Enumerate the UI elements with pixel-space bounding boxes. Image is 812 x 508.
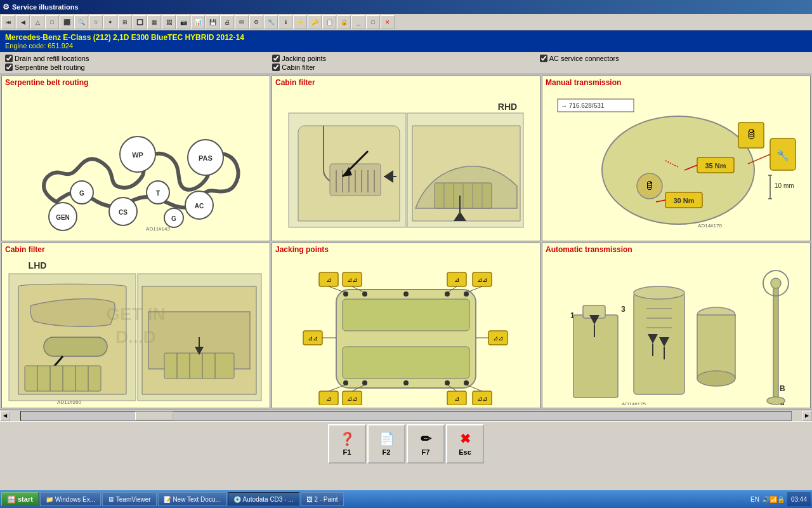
toolbar-btn18[interactable]: ⚙: [249, 15, 263, 29]
main-content: Serpentine belt routing WP PAS G: [0, 74, 812, 410]
panel-cabin-lhd-content: LHD: [2, 256, 270, 405]
svg-point-123: [464, 291, 469, 297]
toolbar-btn16[interactable]: 🖨: [220, 15, 234, 29]
title-bar: ⚙ Service illustrations: [0, 0, 812, 14]
toolbar-btn12[interactable]: 🖼: [162, 15, 176, 29]
panel-auto-trans[interactable]: Automatic transmission 1 2 3: [542, 243, 811, 408]
esc-button[interactable]: ✖ Esc: [446, 424, 484, 464]
checkbox-jacking-input[interactable]: [272, 55, 280, 62]
checkbox-serpentine-label: Serpentine belt routing: [15, 64, 85, 71]
toolbar-minimize-btn[interactable]: _: [351, 15, 365, 29]
toolbar-btn23[interactable]: 📋: [322, 15, 336, 29]
checkbox-ac[interactable]: AC service connectors: [540, 55, 807, 62]
svg-text:🔧: 🔧: [776, 149, 789, 161]
f7-button[interactable]: ✏ F7: [407, 424, 445, 464]
svg-point-127: [445, 380, 450, 385]
toolbar: ⏮ ◀ △ □ ⬛ 🔍 ☆ ✦ ⊞ 🔲 ▦ 🖼 📷 📊 💾 🖨 ✉ ⚙ 🔧 ℹ …: [0, 14, 812, 30]
f1-button[interactable]: ❓ F1: [328, 424, 366, 464]
svg-text:PAS: PAS: [199, 154, 213, 162]
f1-icon: ❓: [339, 431, 355, 446]
panel-manual-trans[interactable]: Manual transmission → 716.628/631 🛢 35 N…: [542, 76, 811, 241]
toolbar-close-btn[interactable]: ✕: [381, 15, 395, 29]
toolbar-btn4[interactable]: □: [45, 15, 59, 29]
toolbar-btn14[interactable]: 📊: [191, 15, 205, 29]
scroll-left-btn[interactable]: ◀: [0, 411, 10, 421]
scroll-right-btn[interactable]: ▶: [802, 411, 812, 421]
toolbar-btn5[interactable]: ⬛: [60, 15, 74, 29]
svg-point-121: [403, 291, 409, 297]
toolbar-btn11[interactable]: ▦: [147, 15, 161, 29]
checkboxes-area: Drain and refill locations Serpentine be…: [0, 52, 812, 74]
svg-text:B: B: [780, 384, 785, 393]
panel-cabin-lhd[interactable]: Cabin filter LHD: [1, 243, 270, 408]
toolbar-btn19[interactable]: 🔧: [264, 15, 278, 29]
toolbar-maximize-btn[interactable]: □: [366, 15, 380, 29]
toolbar-first-btn[interactable]: ⏮: [1, 15, 15, 29]
checkbox-cabin[interactable]: Cabin filter: [272, 64, 539, 71]
scrollbar[interactable]: ◀ ▶: [0, 410, 812, 421]
panel-serpentine[interactable]: Serpentine belt routing WP PAS G: [1, 76, 270, 241]
svg-text:⊿: ⊿: [326, 395, 331, 402]
svg-rect-77: [164, 353, 234, 378]
panel-cabin-rhd[interactable]: Cabin filter RHD: [272, 76, 540, 241]
svg-rect-137: [634, 293, 684, 394]
checkbox-ac-label: AC service connectors: [549, 55, 619, 62]
svg-text:⊿⊿: ⊿⊿: [308, 335, 318, 342]
toolbar-btn13[interactable]: 📷: [176, 15, 190, 29]
svg-point-120: [362, 291, 367, 297]
f2-icon: 📄: [379, 431, 395, 446]
esc-label: Esc: [459, 448, 471, 456]
jacking-svg: ⊿ ⊿⊿ ⊿ ⊿⊿ ⊿⊿ ⊿⊿: [285, 256, 527, 405]
svg-point-154: [767, 397, 785, 404]
panel-cabin-rhd-content: RHD: [272, 89, 540, 238]
toolbar-btn10[interactable]: 🔲: [133, 15, 147, 29]
cabin-lhd-svg: LHD: [6, 256, 266, 405]
checkbox-cabin-input[interactable]: [272, 64, 280, 71]
svg-text:⊿⊿: ⊿⊿: [493, 335, 503, 342]
checkbox-serpentine[interactable]: Serpentine belt routing: [5, 64, 272, 71]
toolbar-btn8[interactable]: ✦: [103, 15, 117, 29]
svg-text:35 Nm: 35 Nm: [705, 162, 726, 170]
toolbar-btn22[interactable]: 🔑: [308, 15, 322, 29]
f2-button[interactable]: 📄 F2: [367, 424, 405, 464]
panel-manual-trans-content: → 716.628/631 🛢 35 Nm 30 Nm: [542, 89, 810, 238]
svg-point-138: [634, 286, 684, 299]
svg-text:WP: WP: [132, 151, 143, 159]
taskbar-item-3[interactable]: 💿 Autodata CD3 - ...: [228, 492, 299, 506]
scrollbar-track[interactable]: [20, 411, 792, 421]
checkbox-jacking[interactable]: Jacking points: [272, 55, 539, 62]
taskbar-item-4[interactable]: 🖼 2 - Paint: [301, 492, 344, 506]
panel-jacking[interactable]: Jacking points ⊿ ⊿⊿: [272, 243, 540, 408]
svg-point-124: [343, 380, 348, 385]
f2-label: F2: [383, 448, 391, 456]
panel-jacking-title: Jacking points: [272, 243, 540, 256]
svg-rect-88: [343, 347, 469, 378]
taskbar-label-0: Windows Ex...: [55, 496, 95, 503]
auto-trans-svg: 1 2 3: [551, 256, 802, 405]
toolbar-btn24[interactable]: 🔒: [337, 15, 351, 29]
taskbar-label-2: New Text Docu...: [173, 496, 220, 503]
checkbox-drain-input[interactable]: [5, 55, 13, 62]
taskbar-item-2[interactable]: 📝 New Text Docu...: [158, 492, 226, 506]
toolbar-btn20[interactable]: ℹ: [278, 15, 292, 29]
svg-point-122: [445, 291, 450, 297]
panel-cabin-lhd-title: Cabin filter: [2, 243, 270, 256]
toolbar-btn15[interactable]: 💾: [206, 15, 219, 29]
toolbar-btn6[interactable]: 🔍: [74, 15, 88, 29]
toolbar-btn7[interactable]: ☆: [89, 15, 103, 29]
toolbar-prev-btn[interactable]: ◀: [16, 15, 30, 29]
checkbox-serpentine-input[interactable]: [5, 64, 13, 71]
checkbox-drain[interactable]: Drain and refill locations: [5, 55, 272, 62]
esc-icon: ✖: [460, 431, 471, 446]
taskbar-item-0[interactable]: 📁 Windows Ex...: [40, 492, 101, 506]
start-button[interactable]: 🪟 start: [1, 492, 39, 506]
scrollbar-thumb[interactable]: [135, 411, 173, 420]
toolbar-triangle-btn[interactable]: △: [30, 15, 44, 29]
toolbar-btn9[interactable]: ⊞: [118, 15, 132, 29]
svg-rect-67: [44, 337, 107, 356]
taskbar-item-1[interactable]: 🖥 TeamViewer: [102, 492, 157, 506]
toolbar-btn21[interactable]: ⚡: [293, 15, 307, 29]
svg-text:⊿⊿: ⊿⊿: [347, 276, 357, 283]
toolbar-btn17[interactable]: ✉: [235, 15, 249, 29]
checkbox-ac-input[interactable]: [540, 55, 547, 62]
